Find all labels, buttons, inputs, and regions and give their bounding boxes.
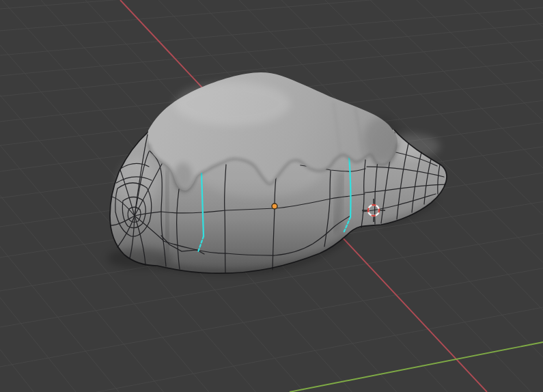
object-origin-dot <box>272 204 277 209</box>
viewport-canvas <box>0 0 543 392</box>
3d-viewport[interactable] <box>0 0 543 392</box>
